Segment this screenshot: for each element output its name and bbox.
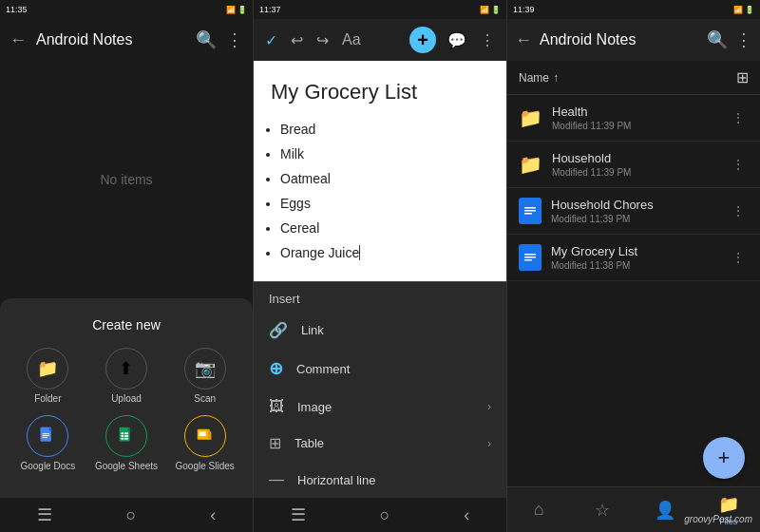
file-name-household: Household bbox=[552, 151, 718, 165]
grocery-list: Bread Milk Oatmeal Eggs Cereal Orange Ju… bbox=[280, 120, 489, 263]
nav-menu-1[interactable]: ☰ bbox=[37, 504, 52, 525]
file-name-grocery: My Grocery List bbox=[551, 244, 718, 258]
svg-rect-20 bbox=[524, 256, 536, 258]
home-tab-icon: ⌂ bbox=[534, 500, 544, 520]
scan-label: Scan bbox=[194, 393, 216, 404]
svg-rect-13 bbox=[199, 431, 205, 436]
nav-home-1[interactable]: ○ bbox=[126, 505, 137, 525]
scan-icon-circle: 📷 bbox=[184, 348, 226, 390]
file-name-health: Health bbox=[552, 104, 718, 119]
comment-icon[interactable]: 💬 bbox=[444, 28, 470, 53]
fab-button[interactable]: + bbox=[703, 437, 745, 479]
insert-table[interactable]: ⊞ Table › bbox=[254, 425, 506, 462]
text-cursor bbox=[359, 245, 360, 260]
insert-hr-label: Horizontal line bbox=[297, 473, 375, 487]
docs-label: Google Docs bbox=[20, 461, 75, 471]
docs-icon-circle bbox=[27, 415, 68, 457]
status-bar-2: 11:37 📶 🔋 bbox=[254, 0, 506, 19]
grid-view-icon[interactable]: ⊞ bbox=[736, 68, 749, 86]
list-item: Bread bbox=[280, 120, 489, 140]
insert-header: Insert bbox=[254, 282, 506, 312]
file-more-household-chores[interactable]: ⋮ bbox=[728, 200, 749, 222]
insert-comment-label: Comment bbox=[296, 362, 350, 376]
nav-bar-1: ☰ ○ ‹ bbox=[0, 498, 253, 532]
panel-right-wrapper: 11:39 📶 🔋 ← Android Notes 🔍 ⋮ Name ↑ ⊞ 📁 bbox=[507, 0, 760, 532]
more-icon-3[interactable]: ⋮ bbox=[735, 29, 752, 50]
create-scan[interactable]: 📷 Scan bbox=[171, 348, 238, 404]
tab-starred[interactable]: ☆ bbox=[571, 500, 635, 521]
search-icon-3[interactable]: 🔍 bbox=[707, 29, 728, 50]
status-time-2: 11:37 bbox=[259, 5, 281, 14]
file-item-household-chores[interactable]: Household Chores Modified 11:39 PM ⋮ bbox=[507, 188, 760, 235]
text-format-icon[interactable]: Aa bbox=[338, 28, 365, 52]
list-item: Oatmeal bbox=[280, 169, 489, 189]
create-upload[interactable]: ⬆ Upload bbox=[93, 348, 161, 404]
nav-menu-2[interactable]: ☰ bbox=[291, 504, 306, 525]
sheets-icon-circle bbox=[105, 415, 147, 457]
status-time-1: 11:35 bbox=[6, 5, 28, 14]
list-item: Milk bbox=[280, 144, 489, 164]
files-subbar: Name ↑ ⊞ bbox=[507, 61, 760, 95]
create-google-sheets[interactable]: Google Sheets bbox=[93, 415, 161, 471]
more-icon-2[interactable]: ⋮ bbox=[476, 28, 499, 53]
nav-bar-2: ☰ ○ ‹ bbox=[254, 498, 506, 532]
nav-back-1[interactable]: ‹ bbox=[210, 505, 216, 525]
file-item-household[interactable]: 📁 Household Modified 11:39 PM ⋮ bbox=[507, 142, 760, 188]
tab-files[interactable]: 📁 Files bbox=[697, 494, 761, 526]
folder-icon-circle: 📁 bbox=[27, 348, 68, 390]
svg-rect-6 bbox=[121, 432, 124, 434]
toolbar-title-1: Android Notes bbox=[36, 31, 186, 48]
create-folder[interactable]: 📁 Folder bbox=[14, 348, 82, 404]
create-google-slides[interactable]: Google Slides bbox=[171, 415, 238, 471]
file-info-health: Health Modified 11:39 PM bbox=[552, 104, 718, 131]
doc-area: My Grocery List Bread Milk Oatmeal Eggs … bbox=[254, 61, 506, 281]
list-item: Orange Juice bbox=[280, 243, 489, 263]
back-icon-3[interactable]: ← bbox=[515, 30, 532, 50]
file-item-health[interactable]: 📁 Health Modified 11:39 PM ⋮ bbox=[507, 95, 760, 142]
svg-rect-17 bbox=[524, 213, 532, 215]
svg-rect-4 bbox=[43, 437, 48, 438]
svg-rect-9 bbox=[124, 435, 128, 437]
file-modified-grocery: Modified 11:38 PM bbox=[551, 260, 718, 271]
nav-back-2[interactable]: ‹ bbox=[464, 505, 469, 525]
file-more-grocery[interactable]: ⋮ bbox=[728, 246, 749, 269]
create-new-title: Create new bbox=[14, 317, 238, 332]
svg-rect-21 bbox=[524, 259, 532, 261]
svg-rect-11 bbox=[124, 438, 128, 440]
check-icon[interactable]: ✓ bbox=[261, 28, 281, 53]
more-icon-1[interactable]: ⋮ bbox=[226, 29, 243, 50]
p3-toolbar-title: Android Notes bbox=[540, 31, 699, 48]
panel-left: 11:35 📶 🔋 ← Android Notes 🔍 ⋮ No items C… bbox=[0, 0, 254, 532]
sheets-label: Google Sheets bbox=[95, 461, 158, 471]
add-button[interactable]: + bbox=[409, 27, 436, 53]
insert-link-label: Link bbox=[301, 323, 324, 337]
slides-icon-circle bbox=[184, 415, 226, 457]
insert-comment[interactable]: ⊕ Comment bbox=[254, 349, 506, 389]
back-icon-1[interactable]: ← bbox=[10, 30, 27, 50]
svg-rect-2 bbox=[43, 433, 49, 434]
status-bar-3: 11:39 📶 🔋 bbox=[507, 0, 760, 19]
list-item: Eggs bbox=[280, 194, 489, 214]
svg-rect-10 bbox=[121, 438, 124, 440]
toolbar-3: ← Android Notes 🔍 ⋮ bbox=[507, 19, 760, 61]
file-more-household[interactable]: ⋮ bbox=[728, 153, 749, 176]
empty-area: No items bbox=[0, 61, 253, 298]
horizontal-line-icon: — bbox=[269, 471, 284, 488]
svg-rect-15 bbox=[524, 207, 536, 209]
create-google-docs[interactable]: Google Docs bbox=[14, 415, 82, 471]
undo-icon[interactable]: ↩ bbox=[287, 28, 307, 53]
nav-home-2[interactable]: ○ bbox=[380, 505, 390, 525]
insert-horizontal-line[interactable]: — Horizontal line bbox=[254, 462, 506, 498]
doc-title[interactable]: My Grocery List bbox=[271, 80, 489, 104]
tab-home[interactable]: ⌂ bbox=[507, 500, 571, 520]
search-icon-1[interactable]: 🔍 bbox=[196, 29, 217, 50]
file-more-health[interactable]: ⋮ bbox=[728, 106, 749, 129]
insert-image[interactable]: 🖼 Image › bbox=[254, 389, 506, 425]
insert-table-label: Table bbox=[294, 436, 324, 450]
sort-label[interactable]: Name ↑ bbox=[519, 71, 736, 85]
insert-link[interactable]: 🔗 Link bbox=[254, 312, 506, 349]
file-item-grocery[interactable]: My Grocery List Modified 11:38 PM ⋮ bbox=[507, 235, 760, 281]
redo-icon[interactable]: ↪ bbox=[313, 28, 332, 53]
status-icons-3: 📶 🔋 bbox=[733, 6, 754, 14]
tab-shared[interactable]: 👤 bbox=[634, 500, 697, 521]
